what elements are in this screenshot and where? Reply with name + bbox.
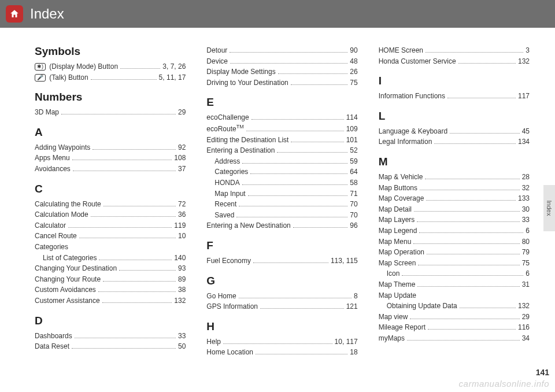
index-entry-page: 96: [350, 220, 357, 231]
index-entry-page: 50: [178, 341, 186, 352]
index-entry: Cancel Route10: [35, 231, 186, 242]
leader-dots: [72, 160, 172, 160]
leader-dots: [120, 68, 160, 69]
leader-dots: [92, 149, 176, 150]
index-section-heading: H: [206, 320, 357, 333]
index-entry: List of Categories140: [35, 253, 186, 264]
index-entry-label: HOME Screen: [379, 45, 423, 56]
leader-dots: [119, 270, 176, 271]
leader-dots: [420, 190, 520, 190]
leader-dots: [239, 206, 347, 206]
side-index-tab: Index: [543, 185, 555, 231]
index-entry-page: 26: [350, 66, 357, 77]
index-entry-label: ✱) (Display Mode) Button: [35, 61, 118, 72]
index-entry: HONDA58: [206, 177, 357, 188]
leader-dots: [410, 319, 519, 319]
index-entry: Entering a New Destination96: [206, 220, 357, 231]
index-entry-page: 34: [522, 333, 530, 344]
leader-dots: [230, 52, 347, 53]
leader-dots: [61, 114, 176, 114]
index-entry: Map Update: [379, 290, 530, 301]
index-entry-page: 3: [526, 45, 530, 56]
index-entry-label: Obtaining Update Data: [387, 301, 457, 312]
index-entry: Categories64: [206, 167, 357, 177]
index-entry-label: Entering a Destination: [206, 145, 275, 156]
index-entry-label: Home Location: [206, 347, 253, 358]
index-entry-label: Honda Customer Service: [379, 56, 456, 67]
leader-dots: [291, 142, 343, 142]
watermark: carmanualsonline.info: [459, 379, 549, 389]
index-entry-page: 119: [174, 220, 186, 231]
index-entry-label: HONDA: [214, 177, 239, 188]
index-entry-page: 121: [346, 301, 358, 312]
index-entry-label: Calculating the Route: [35, 199, 101, 210]
index-entry-page: 30: [522, 204, 530, 215]
leader-dots: [450, 133, 520, 134]
index-content: Symbols✱) (Display Mode) Button3, 7, 26🎤…: [0, 28, 555, 358]
index-entry-label: Driving to Your Destination: [206, 77, 288, 88]
index-entry-page: 75: [350, 77, 357, 88]
leader-dots: [236, 217, 347, 217]
index-entry-page: 29: [178, 107, 186, 118]
button-glyph-icon: ✱): [35, 63, 46, 71]
index-entry-label: Map Theme: [379, 279, 416, 290]
index-entry: Adding Waypoints92: [35, 142, 186, 153]
index-entry: Information Functions117: [379, 91, 530, 102]
index-entry-label: 🎤 (Talk) Button: [35, 72, 88, 83]
leader-dots: [79, 238, 176, 238]
index-entry-label: Changing Your Route: [35, 274, 101, 285]
index-entry: Entering a Destination52: [206, 145, 357, 156]
button-glyph-icon: 🎤: [35, 74, 46, 82]
index-entry: Calculating the Route72: [35, 199, 186, 210]
index-entry: Calculation Mode36: [35, 209, 186, 220]
index-section-heading: I: [379, 75, 530, 87]
index-entry: Detour90: [206, 45, 357, 56]
leader-dots: [460, 308, 516, 308]
index-entry-label: Mileage Report: [379, 322, 426, 333]
index-section-heading: M: [379, 156, 530, 168]
index-entry: Map view29: [379, 312, 530, 323]
index-entry-page: 75: [522, 258, 530, 269]
index-entry-page: 132: [174, 295, 186, 306]
index-entry-label: Categories: [214, 167, 248, 177]
index-entry: Legal Information134: [379, 136, 530, 147]
side-tab-label: Index: [546, 201, 553, 216]
leader-dots: [98, 291, 176, 292]
index-entry-label: Address: [214, 156, 240, 167]
leader-dots: [447, 98, 516, 98]
index-entry: Calculator119: [35, 220, 186, 231]
index-entry: Fuel Economy113, 115: [206, 256, 357, 267]
index-entry: Changing Your Route89: [35, 274, 186, 285]
index-entry-page: 92: [178, 142, 186, 153]
index-entry: ecoRouteTM109: [206, 123, 357, 135]
index-entry-label: GPS Information: [206, 301, 258, 312]
leader-dots: [407, 340, 520, 341]
index-column: Symbols✱) (Display Mode) Button3, 7, 26🎤…: [35, 45, 186, 358]
index-entry: Saved70: [206, 210, 357, 221]
index-entry-page: 90: [350, 45, 357, 56]
index-entry-label: myMaps: [379, 333, 405, 344]
home-icon[interactable]: [6, 5, 23, 23]
index-entry: Map Buttons32: [379, 183, 530, 194]
index-entry: Categories: [35, 242, 186, 253]
index-entry-label: Editing the Destination List: [206, 135, 288, 146]
index-entry-page: 45: [522, 126, 530, 137]
index-section-heading: Symbols: [35, 45, 186, 58]
index-entry-label: Map Operation: [379, 247, 424, 258]
index-entry-page: 113, 115: [331, 256, 358, 267]
index-entry-page: 29: [522, 312, 530, 323]
page-number: 141: [536, 368, 549, 377]
leader-dots: [72, 348, 176, 349]
index-entry-page: 28: [522, 172, 530, 183]
index-entry-page: 48: [350, 56, 357, 67]
index-entry-page: 33: [178, 331, 186, 342]
index-entry: myMaps34: [379, 333, 530, 344]
index-entry: Customer Assistance132: [35, 295, 186, 306]
index-entry-label: Map Screen: [379, 258, 416, 269]
index-entry-page: 52: [350, 145, 357, 156]
index-entry: Go Home8: [206, 291, 357, 302]
index-entry-label: List of Categories: [43, 253, 97, 264]
index-entry-label: Calculation Mode: [35, 209, 88, 220]
index-entry-page: 108: [174, 153, 186, 164]
index-entry-page: 6: [526, 225, 530, 236]
